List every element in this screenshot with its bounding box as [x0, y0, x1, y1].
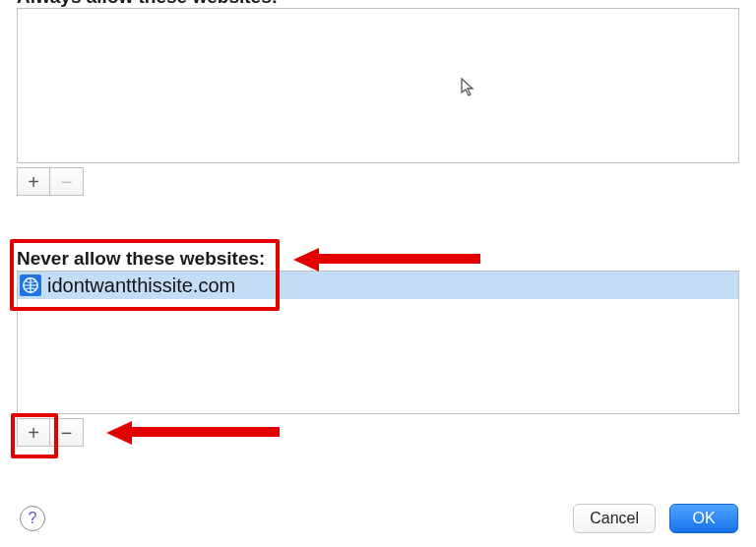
always-allow-add-button[interactable]: + [17, 167, 50, 196]
always-allow-list[interactable] [17, 8, 739, 163]
cancel-button[interactable]: Cancel [573, 504, 656, 533]
help-button[interactable]: ? [20, 506, 45, 531]
cursor-icon [461, 78, 476, 97]
list-item[interactable]: idontwantthissite.com [18, 272, 738, 299]
never-allow-addremove: + − [17, 418, 84, 447]
site-url: idontwantthissite.com [47, 274, 235, 297]
footer-buttons: Cancel OK [573, 504, 738, 533]
always-allow-addremove: + − [17, 167, 84, 196]
never-allow-list[interactable]: idontwantthissite.com [17, 271, 739, 414]
annotation-arrow-icon [106, 421, 280, 445]
never-allow-label: Never allow these websites: [17, 248, 265, 270]
never-allow-add-button[interactable]: + [17, 418, 50, 447]
never-allow-remove-button[interactable]: − [50, 418, 84, 447]
globe-icon [20, 274, 41, 296]
always-allow-label: Always allow these websites: [17, 0, 278, 8]
always-allow-remove-button[interactable]: − [50, 167, 84, 196]
ok-button[interactable]: OK [669, 504, 738, 533]
annotation-arrow-icon [293, 248, 480, 272]
